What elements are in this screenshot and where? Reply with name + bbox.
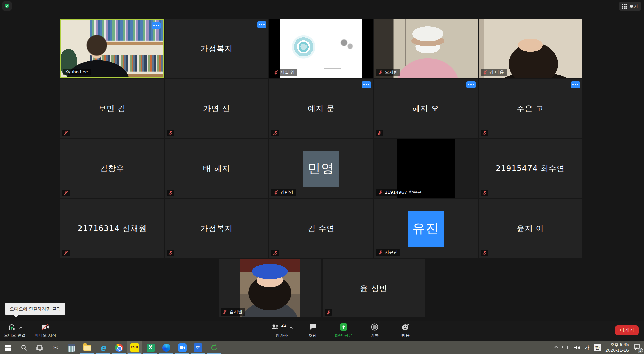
start-video-button[interactable]: 비디오 시작 — [35, 323, 56, 339]
search-taskbar-button[interactable] — [16, 341, 32, 354]
windows-start-icon — [5, 344, 11, 351]
participant-tile[interactable]: 재열 양 — [269, 19, 373, 78]
kakaotalk-taskbar-button[interactable]: TALK — [127, 341, 142, 354]
view-button-label: 보기 — [629, 3, 638, 9]
participant-tile[interactable]: 주은 고 — [479, 79, 582, 138]
participants-icon — [271, 323, 280, 331]
view-button[interactable]: 보기 — [619, 2, 641, 11]
edge-taskbar-button[interactable] — [158, 341, 174, 354]
participant-tile[interactable]: 혜지 오 — [374, 79, 477, 138]
tile-menu-button[interactable] — [257, 21, 266, 28]
audio-options-caret[interactable] — [19, 326, 23, 330]
tile-menu-button[interactable] — [362, 81, 371, 88]
participant-tile[interactable]: 가정복지 — [165, 199, 268, 258]
internet-explorer-taskbar-button[interactable]: e — [95, 341, 111, 354]
camera-off-icon — [41, 323, 50, 331]
participant-tile[interactable]: 예지 문 — [269, 79, 373, 138]
participant-tile[interactable]: Kyuho Lee — [60, 19, 164, 78]
ime-han-indicator[interactable]: 한 — [594, 344, 601, 351]
muted-mic-icon — [378, 190, 383, 195]
windows-start-taskbar-button[interactable] — [0, 341, 16, 354]
notification-center-button[interactable]: 3 — [633, 344, 641, 352]
participants-button[interactable]: 22 참가자 — [266, 323, 297, 343]
tile-menu-button[interactable] — [466, 81, 476, 88]
participant-tile[interactable]: 유진서유진 — [374, 199, 477, 258]
muted-indicator — [376, 130, 383, 136]
muted-indicator — [481, 190, 488, 196]
edge-icon — [162, 344, 170, 352]
participant-name-label: Kyuho Lee — [63, 69, 91, 75]
zoom-meeting-window: 보기 Kyuho Lee가정복지재열 양오세빈김 나윤보민 김가연 신예지 문혜… — [0, 0, 644, 354]
task-view-taskbar-button[interactable] — [32, 341, 47, 354]
muted-mic-icon — [483, 70, 487, 75]
participant-tile[interactable]: 오세빈 — [374, 19, 477, 78]
participant-name-label: 21914967 박수은 — [376, 189, 424, 196]
participant-tile[interactable]: 민영김민영 — [269, 139, 373, 198]
excel-taskbar-button[interactable]: X — [142, 341, 158, 354]
participant-tile[interactable]: 가정복지 — [165, 19, 268, 78]
muted-indicator — [271, 130, 279, 136]
record-button[interactable]: 기록 — [359, 323, 390, 343]
tray-expand-caret[interactable] — [555, 346, 558, 349]
reactions-icon — [401, 323, 410, 331]
tray-date: 2020-11-16 — [605, 348, 629, 353]
participant-tile[interactable]: 윤 성빈 — [323, 259, 425, 317]
participant-name-label: 오세빈 — [376, 69, 400, 76]
participant-tile[interactable]: 김 수연 — [269, 199, 373, 258]
participant-name: 가정복지 — [165, 199, 268, 258]
volume-icon[interactable] — [574, 345, 580, 351]
participant-label-text: 김 나윤 — [489, 69, 504, 75]
participant-tile[interactable]: 김시원 — [219, 259, 321, 317]
tile-menu-button[interactable] — [571, 81, 580, 88]
participant-tile[interactable]: 배 혜지 — [165, 139, 268, 198]
zoom-app-taskbar-button[interactable] — [174, 341, 190, 354]
ime-korean-indicator[interactable]: 가 — [585, 345, 589, 351]
hwp-taskbar-button[interactable]: 호 — [190, 341, 206, 354]
muted-indicator — [167, 190, 174, 196]
windows-taskbar: ✂eTALKX호 — [0, 341, 644, 354]
network-icon[interactable] — [562, 345, 569, 351]
muted-indicator — [62, 130, 70, 136]
participant-tile[interactable]: 21915474 최수연 — [479, 139, 582, 198]
muted-mic-icon — [64, 131, 68, 135]
participant-name: 혜지 오 — [374, 79, 477, 138]
excel-icon: X — [147, 344, 155, 352]
chat-button[interactable]: 채팅 — [297, 323, 328, 343]
participant-tile[interactable]: 보민 김 — [60, 79, 164, 138]
reactions-button[interactable]: 반응 — [390, 323, 421, 343]
muted-mic-icon — [168, 251, 173, 255]
participant-name: 배 혜지 — [165, 139, 268, 198]
sync-green-icon — [210, 344, 218, 352]
calculator-taskbar-button[interactable] — [63, 341, 79, 354]
tooltip-text: 오디오에 연결하려면 클릭 — [10, 306, 61, 312]
muted-mic-icon — [378, 250, 383, 255]
participant-label-text: Kyuho Lee — [65, 69, 88, 74]
participant-tile[interactable]: 21914967 박수은 — [374, 139, 477, 198]
participant-name: 윤 성빈 — [323, 259, 425, 317]
taskbar-clock[interactable]: 오후 6:45 2020-11-16 — [605, 342, 629, 353]
participant-tile[interactable]: 21716314 신채원 — [60, 199, 164, 258]
participant-tile[interactable]: 가연 신 — [165, 79, 268, 138]
snipping-tool-taskbar-button[interactable]: ✂ — [47, 341, 63, 354]
security-shield-button[interactable] — [2, 1, 12, 11]
share-screen-button[interactable]: 화면 공유 — [328, 323, 359, 343]
chrome-taskbar-button[interactable] — [111, 341, 127, 354]
participants-label: 참가자 — [276, 333, 288, 339]
internet-explorer-icon: e — [100, 343, 106, 352]
muted-mic-icon — [273, 251, 278, 255]
tile-menu-button[interactable] — [152, 22, 161, 29]
sync-green-taskbar-button[interactable] — [206, 341, 222, 354]
file-explorer-taskbar-button[interactable] — [79, 341, 95, 354]
file-explorer-icon — [83, 345, 91, 351]
participant-name-label: 재열 양 — [271, 69, 297, 76]
join-audio-button[interactable]: 오디오 연결 — [4, 323, 26, 339]
reactions-label: 반응 — [401, 333, 410, 339]
participant-name-label: 김민영 — [271, 189, 296, 196]
leave-meeting-button[interactable]: 나가기 — [615, 325, 639, 335]
participant-tile[interactable]: 김 나윤 — [479, 19, 582, 78]
tray-time: 오후 6:45 — [605, 342, 629, 347]
muted-mic-icon — [64, 191, 68, 195]
participant-tile[interactable]: 윤지 이 — [479, 199, 582, 258]
participant-tile[interactable]: 김창우 — [60, 139, 164, 198]
participants-caret[interactable] — [289, 326, 293, 330]
